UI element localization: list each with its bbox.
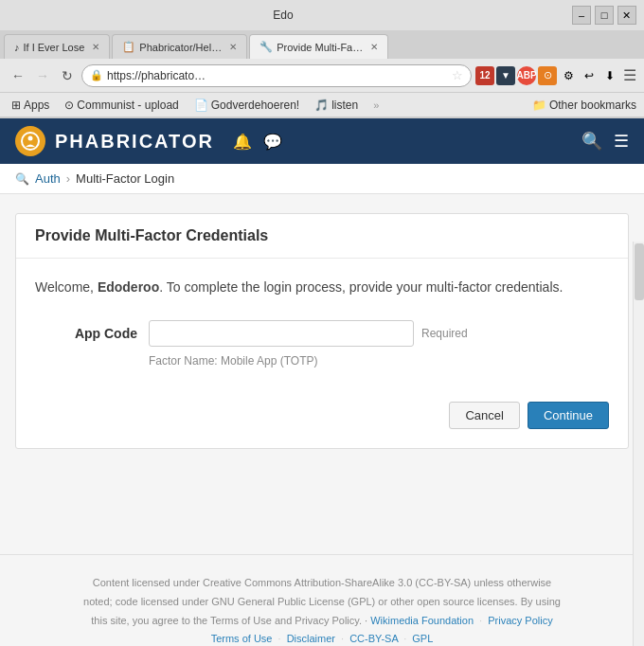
card-header: Provide Multi-Factor Credentials bbox=[16, 214, 628, 259]
listen-icon: 🎵 bbox=[314, 99, 329, 112]
tab-label-1: If I Ever Lose bbox=[24, 42, 85, 53]
forward-button[interactable]: → bbox=[32, 65, 53, 86]
tab-favicon-2: 📋 bbox=[122, 41, 135, 53]
cancel-button[interactable]: Cancel bbox=[449, 402, 519, 429]
address-bar[interactable]: 🔒 https://phabricato… ☆ bbox=[81, 64, 472, 87]
form-actions: Cancel Continue bbox=[16, 386, 628, 448]
star-icon[interactable]: ☆ bbox=[452, 68, 463, 82]
bookmark-godver-label: Godverdehoeren! bbox=[211, 99, 299, 112]
welcome-suffix: . To complete the login process, provide… bbox=[159, 279, 563, 295]
window-controls: – □ ✕ bbox=[572, 6, 636, 25]
ext-icon-3[interactable]: ABP bbox=[517, 66, 536, 85]
bookmark-other-label: Other bookmarks bbox=[549, 99, 636, 112]
search-icon[interactable]: 🔍 bbox=[581, 131, 602, 152]
footer-link-ccbysa[interactable]: CC-BY-SA bbox=[349, 633, 398, 644]
hamburger-icon[interactable]: ☰ bbox=[614, 131, 629, 152]
bookmark-listen-label: listen bbox=[331, 99, 358, 112]
footer-text-3: this site, you agree to the Terms of Use… bbox=[91, 615, 367, 626]
bookmark-other[interactable]: 📁 Other bookmarks bbox=[532, 99, 636, 112]
back-button[interactable]: ← bbox=[8, 65, 28, 86]
ext-icon-4[interactable]: ⊙ bbox=[538, 66, 557, 85]
ph-logo-icon bbox=[15, 126, 45, 156]
ext-icon-1[interactable]: 12 bbox=[475, 66, 494, 85]
tab-1[interactable]: ♪ If I Ever Lose ✕ bbox=[4, 34, 110, 59]
footer-link-disclaimer[interactable]: Disclaimer bbox=[287, 633, 335, 644]
extension-icons: 12 ▼ ABP ⊙ ⚙ ↩ ⬇ bbox=[475, 66, 619, 85]
tab-favicon-1: ♪ bbox=[14, 42, 20, 53]
footer-link-terms[interactable]: Terms of Use bbox=[211, 633, 273, 644]
app-code-row: App Code Required bbox=[35, 320, 609, 347]
footer-text-2: noted; code licensed under GNU General P… bbox=[83, 596, 561, 607]
godver-icon: 📄 bbox=[194, 99, 208, 112]
maximize-button[interactable]: □ bbox=[595, 6, 614, 25]
card-body: Welcome, Edoderoo. To complete the login… bbox=[16, 259, 628, 386]
lock-icon: 🔒 bbox=[90, 69, 103, 81]
breadcrumb: 🔍 Auth › Multi-Factor Login bbox=[0, 164, 644, 194]
ph-content: Provide Multi-Factor Credentials Welcome… bbox=[0, 194, 644, 554]
form-hint: Factor Name: Mobile App (TOTP) bbox=[149, 354, 609, 368]
scroll-thumb[interactable] bbox=[635, 243, 644, 300]
title-bar-text: Edo bbox=[273, 9, 293, 22]
tab-2[interactable]: 📋 Phabricator/Hel… ✕ bbox=[112, 34, 247, 59]
folder-icon: 📁 bbox=[532, 99, 546, 112]
svg-point-1 bbox=[28, 136, 33, 141]
ph-footer: Content licensed under Creative Commons … bbox=[0, 554, 644, 646]
welcome-prefix: Welcome, bbox=[35, 279, 98, 295]
ph-header-right: 🔍 ☰ bbox=[581, 131, 629, 152]
communist-icon: ⊙ bbox=[64, 99, 74, 112]
app-code-label: App Code bbox=[35, 326, 149, 341]
app-code-input[interactable] bbox=[149, 320, 414, 347]
footer-link-gpl[interactable]: GPL bbox=[412, 633, 433, 644]
menu-button[interactable]: ☰ bbox=[623, 66, 636, 84]
bookmarks-bar: ⊞ Apps ⊙ Communist - upload 📄 Godverdeho… bbox=[0, 93, 644, 117]
minimize-button[interactable]: – bbox=[572, 6, 591, 25]
scrollbar[interactable] bbox=[633, 242, 644, 646]
bookmark-communist-label: Communist - upload bbox=[77, 99, 178, 112]
ph-logo: PHABRICATOR bbox=[15, 126, 214, 156]
tabs-bar: ♪ If I Ever Lose ✕ 📋 Phabricator/Hel… ✕ … bbox=[0, 30, 644, 59]
breadcrumb-search-icon: 🔍 bbox=[15, 172, 29, 186]
refresh-button[interactable]: ↻ bbox=[57, 65, 78, 86]
nav-bar: ← → ↻ 🔒 https://phabricato… ☆ 12 ▼ ABP ⊙… bbox=[0, 59, 644, 93]
bell-icon[interactable]: 🔔 bbox=[233, 133, 252, 151]
breadcrumb-separator: › bbox=[66, 171, 70, 186]
bookmark-overflow[interactable]: » bbox=[373, 99, 379, 111]
bookmark-communist[interactable]: ⊙ Communist - upload bbox=[61, 98, 182, 113]
continue-button[interactable]: Continue bbox=[528, 402, 609, 429]
tab-close-3[interactable]: ✕ bbox=[370, 42, 378, 52]
apps-icon: ⊞ bbox=[11, 99, 21, 112]
phabricator-app: PHABRICATOR 🔔 💬 🔍 ☰ 🔍 Auth › Multi-Facto… bbox=[0, 118, 644, 646]
bookmark-apps[interactable]: ⊞ Apps bbox=[8, 98, 53, 113]
tab-favicon-3: 🔧 bbox=[259, 41, 273, 53]
footer-link-wikimedia[interactable]: Wikimedia Foundation bbox=[370, 615, 474, 626]
ext-icon-2[interactable]: ▼ bbox=[496, 66, 515, 85]
ph-header-icons: 🔔 💬 bbox=[233, 133, 282, 151]
username-text: Edoderoo bbox=[98, 279, 159, 295]
credential-card: Provide Multi-Factor Credentials Welcome… bbox=[15, 213, 629, 449]
footer-link-privacy[interactable]: Privacy Policy bbox=[488, 615, 552, 626]
ph-logo-text: PHABRICATOR bbox=[55, 131, 214, 153]
chat-icon[interactable]: 💬 bbox=[263, 133, 282, 151]
footer-sep-1: · bbox=[479, 615, 482, 626]
tab-label-3: Provide Multi-Fa… bbox=[277, 42, 363, 53]
svg-point-0 bbox=[22, 133, 39, 150]
tab-3[interactable]: 🔧 Provide Multi-Fa… ✕ bbox=[249, 34, 388, 59]
close-button[interactable]: ✕ bbox=[617, 6, 636, 25]
tab-close-2[interactable]: ✕ bbox=[229, 42, 237, 52]
footer-sep-4: · bbox=[403, 633, 406, 644]
ext-icon-6[interactable]: ↩ bbox=[580, 66, 599, 85]
welcome-message: Welcome, Edoderoo. To complete the login… bbox=[35, 278, 609, 297]
breadcrumb-parent[interactable]: Auth bbox=[35, 171, 61, 186]
ext-icon-5[interactable]: ⚙ bbox=[559, 66, 578, 85]
bookmark-godver[interactable]: 📄 Godverdehoeren! bbox=[190, 98, 303, 113]
bookmark-apps-label: Apps bbox=[24, 99, 49, 112]
input-wrapper: Required bbox=[149, 320, 468, 347]
tab-label-2: Phabricator/Hel… bbox=[139, 42, 222, 53]
required-badge: Required bbox=[421, 327, 468, 340]
tab-close-1[interactable]: ✕ bbox=[92, 42, 99, 52]
address-text: https://phabricato… bbox=[107, 69, 448, 82]
bookmark-listen[interactable]: 🎵 listen bbox=[311, 98, 362, 113]
card-title: Provide Multi-Factor Credentials bbox=[35, 227, 609, 244]
breadcrumb-current: Multi-Factor Login bbox=[76, 171, 174, 186]
ext-icon-7[interactable]: ⬇ bbox=[600, 66, 619, 85]
